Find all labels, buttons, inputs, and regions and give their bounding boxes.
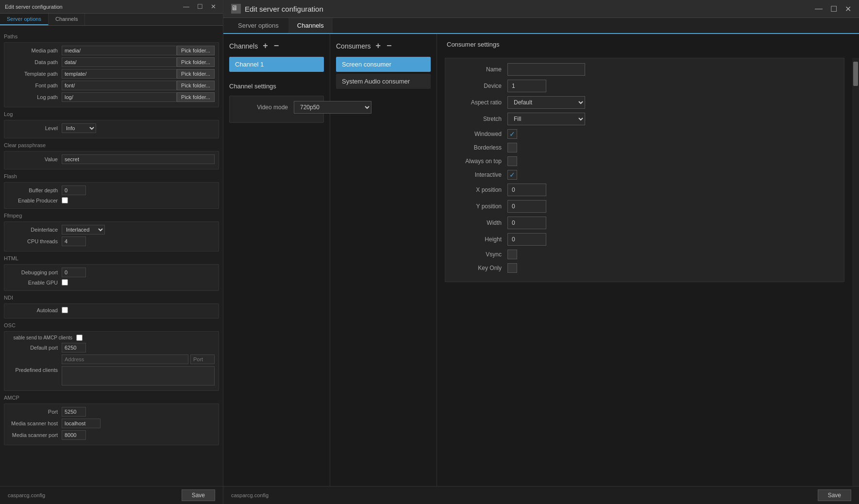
left-close-button[interactable]: ✕ <box>209 3 218 10</box>
consumer-settings-scrollbar[interactable] <box>852 58 859 486</box>
ffmpeg-section: Deinterlace InterlacedNoneProgressive CP… <box>4 221 219 252</box>
osc-sable-label: sable send to AMCP clients <box>8 335 76 340</box>
buffer-depth-input[interactable] <box>62 185 86 195</box>
right-tabs: Server options Channels <box>223 18 859 34</box>
media-scanner-port-row: Media scanner port <box>8 430 215 440</box>
left-tab-channels[interactable]: Channels <box>49 14 85 25</box>
right-tab-channels[interactable]: Channels <box>288 18 333 34</box>
log-path-pick-button[interactable]: Pick folder... <box>177 92 215 102</box>
left-titlebar: Edit server configuration — ☐ ✕ <box>0 0 223 14</box>
data-path-label: Data path <box>8 59 62 65</box>
template-path-input[interactable] <box>62 69 177 79</box>
osc-default-port-row: Default port <box>8 343 215 353</box>
font-path-pick-button[interactable]: Pick folder... <box>177 81 215 90</box>
data-path-input[interactable] <box>62 57 177 67</box>
font-path-input[interactable] <box>62 81 177 90</box>
log-path-input[interactable] <box>62 92 177 102</box>
paths-section: Media path Pick folder... Data path Pick… <box>4 42 219 107</box>
media-scanner-port-input[interactable] <box>62 430 86 440</box>
deinterlace-row: Deinterlace InterlacedNoneProgressive <box>8 225 215 235</box>
consumer-stretch-row: Stretch FillNoneUniformUniform to fill <box>449 113 840 125</box>
right-close-button[interactable]: ✕ <box>845 4 851 14</box>
consumers-column: Consumers + − Screen consumer System Aud… <box>330 34 437 486</box>
right-maximize-button[interactable]: ☐ <box>830 4 837 14</box>
debugging-port-input[interactable] <box>62 268 86 277</box>
left-save-button[interactable]: Save <box>182 489 215 501</box>
left-tabs: Server options Channels <box>0 14 223 26</box>
right-title: Edit server configuration <box>245 5 323 13</box>
left-title: Edit server configuration <box>5 4 63 10</box>
log-level-select[interactable]: InfoTraceDebugWarningError <box>62 123 96 133</box>
right-save-button[interactable]: Save <box>818 489 851 501</box>
consumer-height-input[interactable] <box>507 233 546 246</box>
flash-header: Flash <box>4 173 219 180</box>
consumers-panel-header: Consumers + − <box>336 41 431 51</box>
consumer-name-input[interactable] <box>507 63 585 76</box>
amcp-header: AMCP <box>4 395 219 402</box>
passphrase-section: Value <box>4 151 219 169</box>
consumer-interactive-row: Interactive ✓ <box>449 170 840 180</box>
media-path-input[interactable] <box>62 46 177 55</box>
system-audio-consumer-item[interactable]: System Audio consumer <box>336 74 431 89</box>
data-path-pick-button[interactable]: Pick folder... <box>177 57 215 67</box>
osc-address-input[interactable] <box>62 354 188 364</box>
amcp-port-label: Port <box>8 409 62 415</box>
consumer-key-only-checkbox-box[interactable] <box>507 263 517 273</box>
consumers-header-area: Consumers + − Screen consumer System Aud… <box>330 34 437 95</box>
remove-consumer-button[interactable]: − <box>386 41 393 51</box>
consumer-interactive-checkbox-box[interactable]: ✓ <box>507 170 517 180</box>
data-path-row: Data path Pick folder... <box>8 57 215 67</box>
media-scanner-host-input[interactable] <box>62 419 101 428</box>
add-channel-button[interactable]: + <box>262 41 269 51</box>
osc-predefined-label: Predefined clients <box>8 366 62 373</box>
left-titlebar-controls: — ☐ ✕ <box>181 3 218 10</box>
left-minimize-button[interactable]: — <box>181 3 191 10</box>
osc-sable-checkbox[interactable] <box>76 335 83 341</box>
ndi-autoload-checkbox[interactable] <box>62 307 68 313</box>
left-bottom-bar: casparcg.config Save <box>0 486 223 504</box>
channel-1-item[interactable]: Channel 1 <box>229 57 324 72</box>
consumer-y-position-input[interactable] <box>507 200 546 213</box>
osc-section: sable send to AMCP clients Default port … <box>4 331 219 391</box>
enable-producer-checkbox[interactable] <box>62 197 68 203</box>
right-bottom-bar: casparcg.config Save <box>223 486 859 504</box>
left-tab-server-options[interactable]: Server options <box>0 14 49 25</box>
osc-default-port-input[interactable] <box>62 343 86 353</box>
consumer-aspect-label: Aspect ratio <box>449 99 507 106</box>
consumer-vsync-checkbox-box[interactable] <box>507 250 517 259</box>
consumer-borderless-checkbox-box[interactable] <box>507 143 517 152</box>
remove-channel-button[interactable]: − <box>273 41 280 51</box>
channels-panel-header: Channels + − <box>229 41 324 51</box>
consumer-vsync-label: Vsync <box>449 251 507 258</box>
osc-port-input[interactable] <box>190 354 215 364</box>
passphrase-input[interactable] <box>62 154 215 164</box>
media-path-pick-button[interactable]: Pick folder... <box>177 46 215 55</box>
right-tab-server-options[interactable]: Server options <box>229 18 287 34</box>
template-path-pick-button[interactable]: Pick folder... <box>177 69 215 79</box>
add-consumer-button[interactable]: + <box>375 41 382 51</box>
template-path-row: Template path Pick folder... <box>8 69 215 79</box>
amcp-port-input[interactable] <box>62 407 86 417</box>
screen-consumer-item[interactable]: Screen consumer <box>336 57 431 72</box>
consumer-name-label: Name <box>449 66 507 73</box>
cpu-threads-input[interactable] <box>62 236 86 246</box>
consumer-x-position-input[interactable] <box>507 184 546 196</box>
consumer-device-input[interactable] <box>507 80 546 92</box>
consumer-width-input[interactable] <box>507 217 546 229</box>
video-mode-row: Video mode 720p501080i501080p251080p5057… <box>236 101 318 114</box>
deinterlace-select[interactable]: InterlacedNoneProgressive <box>62 225 105 235</box>
consumer-aspect-select[interactable]: Default4:316:9 <box>507 96 585 109</box>
consumer-settings-header: Consumer settings <box>437 34 859 58</box>
right-titlebar: 🖥 Edit server configuration — ☐ ✕ <box>223 0 859 18</box>
right-minimize-button[interactable]: — <box>815 4 823 14</box>
consumer-borderless-row: Borderless <box>449 143 840 152</box>
consumer-stretch-select[interactable]: FillNoneUniformUniform to fill <box>507 113 585 125</box>
consumer-always-on-top-checkbox-box[interactable] <box>507 156 517 166</box>
deinterlace-label: Deinterlace <box>8 227 62 233</box>
consumer-windowed-row: Windowed ✓ <box>449 129 840 139</box>
enable-gpu-row: Enable GPU <box>8 279 215 286</box>
enable-gpu-checkbox[interactable] <box>62 279 68 286</box>
consumer-windowed-checkbox-box[interactable]: ✓ <box>507 129 517 139</box>
left-maximize-button[interactable]: ☐ <box>195 3 205 10</box>
osc-predefined-textarea[interactable] <box>62 366 215 386</box>
